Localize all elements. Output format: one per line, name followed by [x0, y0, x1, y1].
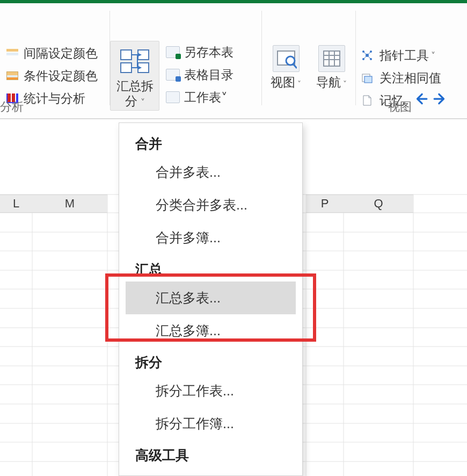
- ribbon-group-sheets: 汇总拆分˅ 另存本表 表格目录 工作表 ˅: [110, 3, 261, 111]
- pointer-tool-icon: [361, 49, 375, 61]
- view-group-caption: 视图: [388, 100, 412, 113]
- svg-line-20: [367, 52, 371, 55]
- conditional-color-label: 条件设定颜色: [24, 68, 98, 84]
- svg-rect-0: [121, 50, 132, 60]
- view-mode-label: 视图: [271, 75, 295, 89]
- sheet-catalog-icon: [166, 69, 180, 81]
- menu-item-summary-sheets[interactable]: 汇总多表...: [126, 282, 296, 314]
- column-header-P[interactable]: P: [306, 194, 344, 213]
- svg-rect-1: [121, 63, 132, 73]
- svg-line-22: [367, 55, 371, 59]
- column-header-M[interactable]: M: [32, 194, 107, 213]
- menu-section-advanced: 高级工具: [119, 440, 302, 467]
- view-mode-icon: [273, 45, 300, 72]
- conditional-color-button[interactable]: 条件设定颜色: [0, 64, 110, 87]
- navigation-label: 导航: [316, 75, 341, 89]
- analysis-group-caption: 分析: [0, 100, 24, 113]
- chevron-down-icon: ˅: [297, 80, 301, 88]
- ribbon-group-captions: 分析 视图: [0, 99, 467, 118]
- menu-item-merge-books[interactable]: 合并多簿...: [119, 221, 302, 254]
- save-sheet-icon: [166, 46, 180, 58]
- follow-value-label: 关注相同值: [380, 70, 441, 86]
- follow-same-value-button[interactable]: 关注相同值: [361, 67, 467, 89]
- column-header-Q[interactable]: Q: [344, 194, 413, 213]
- pointer-tool-dropdown[interactable]: 指针工具 ˅: [361, 44, 467, 67]
- chevron-down-icon: ˅: [431, 51, 435, 61]
- column-header-L[interactable]: L: [0, 194, 32, 213]
- menu-item-summary-books[interactable]: 汇总多簿...: [119, 314, 302, 347]
- menu-section-split: 拆分: [119, 347, 302, 374]
- interval-color-icon: [5, 47, 19, 59]
- interval-color-button[interactable]: 间隔设定颜色: [0, 42, 110, 64]
- svg-rect-9: [324, 51, 340, 66]
- save-sheet-label: 另存本表: [184, 44, 234, 61]
- save-sheet-button[interactable]: 另存本表: [166, 41, 261, 63]
- follow-value-icon: [361, 72, 375, 84]
- chevron-down-icon: ˅: [343, 80, 347, 88]
- ribbon-group-view: 视图˅ 导航˅: [262, 3, 355, 111]
- sheet-catalog-label: 表格目录: [184, 67, 234, 83]
- summary-split-icon: [119, 47, 151, 75]
- menu-section-merge: 合并: [119, 128, 302, 156]
- pointer-tool-label: 指针工具: [380, 47, 429, 64]
- interval-color-label: 间隔设定颜色: [24, 45, 98, 62]
- conditional-color-icon: [5, 70, 19, 82]
- summary-split-menu: 合并 合并多表... 分类合并多表... 合并多簿... 汇总 汇总多表... …: [119, 122, 303, 476]
- svg-rect-24: [364, 76, 372, 83]
- ribbon: 间隔设定颜色 条件设定颜色 统计与分析: [0, 3, 467, 119]
- menu-section-summary: 汇总: [119, 254, 302, 282]
- ribbon-group-misc: 指针工具 ˅ 关注相同值 记忆: [356, 3, 467, 111]
- svg-line-21: [363, 55, 367, 59]
- menu-item-split-book[interactable]: 拆分工作簿...: [119, 407, 302, 440]
- menu-item-category-merge[interactable]: 分类合并多表...: [119, 189, 302, 221]
- menu-item-merge-sheets[interactable]: 合并多表...: [119, 156, 302, 189]
- navigation-icon: [318, 45, 345, 72]
- sheet-catalog-button[interactable]: 表格目录: [166, 63, 261, 86]
- ribbon-group-analysis: 间隔设定颜色 条件设定颜色 统计与分析: [0, 3, 110, 111]
- svg-line-19: [363, 52, 367, 55]
- menu-item-split-sheet[interactable]: 拆分工作表...: [119, 374, 302, 407]
